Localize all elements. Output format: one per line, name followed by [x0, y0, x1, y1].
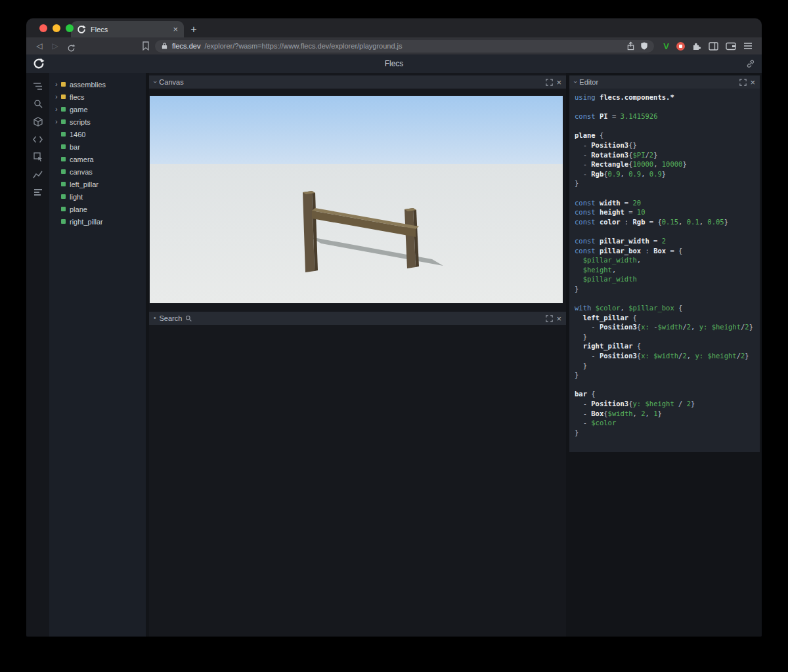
expand-arrow-icon[interactable]: › [55, 106, 61, 113]
code-line: const width = 20 [575, 198, 755, 208]
code-line: - Position3{x: $width/2, y: $height/2} [575, 351, 755, 361]
3d-canvas[interactable] [150, 96, 563, 303]
traffic-lights [39, 24, 74, 32]
code-line: $pillar_width [575, 274, 755, 284]
extension-area: V [655, 41, 756, 51]
tab-title: Flecs [91, 26, 168, 33]
close-icon[interactable]: × [556, 78, 561, 87]
expand-arrow-icon[interactable]: › [55, 81, 61, 88]
browser-toolbar: ◁ ▷ flecs.dev /explorer/?wasm=https://ww… [26, 37, 762, 54]
code-line: $pillar_width, [575, 255, 755, 265]
entity-color-square [61, 94, 66, 99]
code-line: left_pillar { [575, 313, 755, 323]
lock-icon [161, 42, 168, 50]
share-link-button[interactable] [746, 59, 755, 68]
editor-code[interactable]: using flecs.components.* const PI = 3.14… [569, 89, 760, 452]
search-panel-header: • Search × [149, 312, 566, 325]
code-line: - Rectangle{10000, 10000} [575, 159, 755, 169]
minimize-window-button[interactable] [53, 24, 60, 32]
code-line: using flecs.components.* [575, 93, 755, 102]
extensions-puzzle-icon[interactable] [692, 41, 701, 51]
code-line [575, 380, 755, 390]
collapse-caret-icon[interactable]: › [572, 81, 579, 83]
reload-button[interactable] [63, 39, 79, 52]
search-icon[interactable] [32, 98, 44, 109]
tree-item-game[interactable]: ›game [49, 103, 146, 116]
close-window-button[interactable] [39, 24, 47, 32]
wallet-icon[interactable] [726, 42, 736, 51]
url-bar[interactable]: flecs.dev /explorer/?wasm=https://www.fl… [155, 40, 654, 52]
code-line [575, 226, 755, 236]
entity-color-square [61, 169, 66, 174]
search-magnifier-icon[interactable] [185, 315, 192, 322]
tree-item-bar[interactable]: bar [49, 140, 146, 153]
tab-close-icon[interactable]: × [173, 25, 178, 33]
red-extension-icon[interactable] [676, 42, 685, 51]
tree-item-right_pillar[interactable]: right_pillar [49, 215, 146, 228]
tree-item-label: assemblies [70, 81, 106, 89]
tree-item-left_pillar[interactable]: left_pillar [49, 178, 146, 190]
url-domain: flecs.dev [172, 42, 200, 50]
back-button[interactable]: ◁ [32, 37, 47, 54]
inspect-icon[interactable] [32, 152, 44, 162]
code-line: const PI = 3.1415926 [575, 112, 755, 121]
sidebar-panel-icon[interactable] [709, 42, 718, 51]
reload-icon [67, 44, 76, 52]
entity-color-square [61, 119, 66, 124]
tree-item-camera[interactable]: camera [49, 153, 146, 165]
code-line: - $color [575, 418, 755, 428]
tree-item-scripts[interactable]: ›scripts [49, 116, 146, 128]
menu-hamburger-icon[interactable] [743, 42, 753, 50]
code-line: - Rgb{0.9, 0.9, 0.9} [575, 169, 755, 179]
forward-button[interactable]: ▷ [47, 37, 63, 54]
expand-icon[interactable] [546, 79, 553, 86]
tree-item-assemblies[interactable]: ›assemblies [49, 78, 146, 91]
code-line: const pillar_width = 2 [575, 236, 755, 246]
search-panel-title: Search [160, 314, 183, 322]
tree-item-plane[interactable]: plane [49, 203, 146, 215]
tree-item-label: scripts [70, 118, 91, 126]
nav-button-group: ◁ ▷ [32, 37, 154, 54]
tree-item-canvas[interactable]: canvas [49, 165, 146, 178]
expand-arrow-icon[interactable]: › [55, 118, 61, 125]
editor-panel-title: Editor [579, 78, 598, 86]
close-icon[interactable]: × [750, 78, 755, 87]
expand-icon[interactable] [546, 315, 553, 322]
tree-item-flecs[interactable]: ›flecs [49, 91, 146, 103]
code-line: } [575, 428, 755, 438]
vimium-extension-icon[interactable]: V [663, 41, 669, 51]
browser-tab[interactable]: Flecs × [71, 21, 184, 37]
expand-arrow-icon[interactable]: › [55, 93, 61, 100]
code-line: } [575, 332, 755, 342]
entity-tree-icon[interactable] [32, 81, 44, 91]
close-icon[interactable]: × [556, 314, 561, 323]
chart-icon[interactable] [32, 169, 44, 180]
code-line: } [575, 370, 755, 380]
brave-shield-icon[interactable] [640, 41, 648, 51]
tree-item-1460[interactable]: 1460 [49, 128, 146, 140]
cube-icon[interactable] [32, 116, 44, 127]
share-icon[interactable] [626, 41, 635, 51]
page-title: Flecs [26, 59, 762, 68]
code-line: - Position3{} [575, 140, 755, 150]
bookmark-sidebar-button[interactable] [142, 41, 150, 51]
zoom-window-button[interactable] [66, 24, 74, 32]
code-line: } [575, 178, 755, 188]
entity-color-square [61, 107, 66, 112]
bullet-icon: • [154, 315, 156, 322]
sky [150, 96, 563, 165]
tree-item-label: bar [70, 143, 80, 151]
stats-icon[interactable] [32, 187, 44, 198]
code-line: - Rotation3{$PI/2} [575, 150, 755, 160]
app-main: ›assemblies›flecs›game›scripts1460barcam… [26, 73, 762, 637]
canvas-panel-title: Canvas [159, 78, 183, 86]
code-icon[interactable] [32, 134, 44, 144]
tree-item-label: left_pillar [70, 180, 98, 188]
tree-item-light[interactable]: light [49, 190, 146, 203]
entity-color-square [61, 219, 66, 224]
collapse-caret-icon[interactable]: › [152, 81, 158, 83]
new-tab-button[interactable]: + [184, 21, 204, 37]
expand-icon[interactable] [739, 79, 747, 86]
tree-item-label: canvas [70, 168, 93, 176]
code-line: plane { [575, 131, 755, 140]
